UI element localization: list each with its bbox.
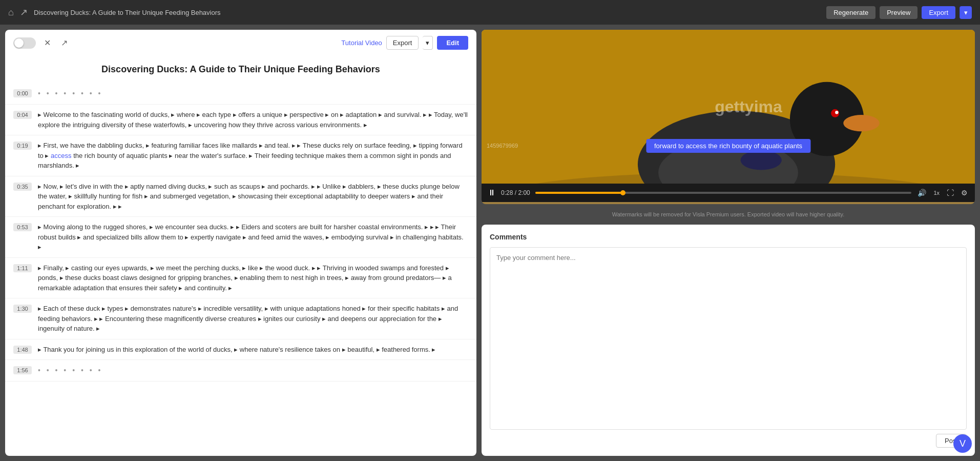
- panel-toolbar-left: ✕ ↗: [13, 36, 70, 50]
- comments-title: Comments: [490, 233, 967, 241]
- volume-button[interactable]: 🔊: [916, 188, 927, 198]
- right-panel: gettyima 1459679969 forward to access th…: [482, 30, 975, 456]
- video-id: 1459679969: [487, 143, 518, 149]
- time-badge: 0:35: [13, 183, 32, 191]
- top-bar-right: Regenerate Preview Export ▾: [826, 6, 972, 19]
- export-button[interactable]: Export: [922, 6, 955, 19]
- script-title: Discovering Ducks: A Guide to Their Uniq…: [5, 54, 476, 83]
- settings-button[interactable]: ⚙: [960, 188, 969, 198]
- progress-dot: [620, 190, 625, 195]
- time-badge: 1:11: [13, 264, 32, 272]
- script-row: 0:19▸ First, we have the dabbling ducks,…: [5, 135, 476, 176]
- script-row: 0:53▸ Moving along to the rugged shores,…: [5, 217, 476, 258]
- script-text: ▸ Now, ▸ let's dive in with the ▸ aptly …: [38, 182, 468, 212]
- fullscreen-button[interactable]: ⛶: [946, 188, 955, 198]
- edit-button[interactable]: Edit: [437, 36, 468, 50]
- export-panel-button[interactable]: Export: [386, 36, 419, 50]
- top-bar-left: ⌂ ↗ Discovering Ducks: A Guide to Their …: [8, 7, 820, 18]
- script-text: ▸ Thank you for joining us in this explo…: [38, 345, 468, 355]
- time-badge: 0:04: [13, 111, 32, 119]
- script-text: • • • • • • • •: [38, 88, 468, 99]
- time-badge: 0:53: [13, 223, 32, 231]
- script-row: 0:35▸ Now, ▸ let's dive in with the ▸ ap…: [5, 176, 476, 217]
- video-controls: ⏸ 0:28 / 2:00 🔊 1x ⛶ ⚙: [482, 184, 975, 202]
- script-row: 1:48▸ Thank you for joining us in this e…: [5, 339, 476, 360]
- visla-icon[interactable]: V: [953, 434, 972, 453]
- share-icon[interactable]: ↗: [20, 7, 28, 18]
- left-panel: ✕ ↗ Tutorial Video Export ▾ Edit Discove…: [5, 30, 476, 456]
- toggle-knob: [14, 38, 24, 48]
- script-row: 0:04▸ Welcome to the fascinating world o…: [5, 105, 476, 135]
- svg-point-6: [741, 150, 782, 170]
- panel-top-right: Tutorial Video Export ▾ Edit: [341, 36, 468, 50]
- script-area: Discovering Ducks: A Guide to Their Uniq…: [5, 54, 476, 456]
- preview-button[interactable]: Preview: [880, 6, 918, 19]
- script-row: 1:56• • • • • • • •: [5, 360, 476, 382]
- export-arrow-button[interactable]: ▾: [960, 6, 972, 19]
- close-button[interactable]: ✕: [42, 36, 53, 50]
- progress-fill: [535, 192, 623, 194]
- tutorial-link[interactable]: Tutorial Video: [341, 39, 382, 47]
- comment-textarea[interactable]: [490, 247, 967, 430]
- time-badge: 1:30: [13, 305, 32, 313]
- script-rows-container: 0:00• • • • • • • •0:04▸ Welcome to the …: [5, 83, 476, 382]
- play-pause-button[interactable]: ⏸: [488, 188, 496, 197]
- export-panel-arrow-button[interactable]: ▾: [423, 36, 433, 50]
- regenerate-button[interactable]: Regenerate: [826, 6, 875, 19]
- script-text: • • • • • • • •: [38, 365, 468, 376]
- script-text: ▸ Finally, ▸ casting our eyes upwards, ▸…: [38, 263, 468, 293]
- time-badge: 1:48: [13, 346, 32, 354]
- comments-section: Comments Post: [482, 225, 975, 456]
- main-area: ✕ ↗ Tutorial Video Export ▾ Edit Discove…: [0, 25, 980, 461]
- svg-point-4: [843, 115, 880, 131]
- subtitle-bar: forward to access the rich bounty of aqu…: [646, 139, 810, 153]
- script-row: 0:00• • • • • • • •: [5, 83, 476, 105]
- home-icon[interactable]: ⌂: [8, 7, 14, 18]
- svg-point-8: [835, 111, 838, 114]
- script-row: 1:11▸ Finally, ▸ casting our eyes upward…: [5, 258, 476, 299]
- script-row: 1:30▸ Each of these duck ▸ types ▸ demon…: [5, 298, 476, 339]
- video-container: gettyima 1459679969 forward to access th…: [482, 30, 975, 204]
- share-panel-button[interactable]: ↗: [59, 36, 70, 50]
- script-text: ▸ Each of these duck ▸ types ▸ demonstra…: [38, 304, 468, 334]
- panel-toolbar: ✕ ↗ Tutorial Video Export ▾ Edit: [5, 30, 476, 54]
- watermark-notice: Watermarks will be removed for Visla Pre…: [482, 208, 975, 221]
- script-text: ▸ First, we have the dabbling ducks, ▸ f…: [38, 141, 468, 171]
- toggle-switch[interactable]: [13, 37, 36, 49]
- script-text: ▸ Welcome to the fascinating world of du…: [38, 110, 468, 130]
- time-badge: 1:56: [13, 366, 32, 374]
- time-badge: 0:19: [13, 142, 32, 150]
- script-text: ▸ Moving along to the rugged shores, ▸ w…: [38, 222, 468, 252]
- video-frame: gettyima 1459679969 forward to access th…: [482, 30, 975, 184]
- speed-button[interactable]: 1x: [932, 189, 941, 197]
- video-watermark: gettyima: [715, 97, 782, 116]
- script-link[interactable]: access: [51, 152, 71, 159]
- comment-footer: Post: [490, 434, 967, 448]
- time-badge: 0:00: [13, 89, 32, 97]
- top-bar: ⌂ ↗ Discovering Ducks: A Guide to Their …: [0, 0, 980, 25]
- top-bar-title: Discovering Ducks: A Guide to Their Uniq…: [34, 9, 221, 16]
- progress-bar[interactable]: [535, 192, 912, 194]
- time-display: 0:28 / 2:00: [501, 189, 530, 196]
